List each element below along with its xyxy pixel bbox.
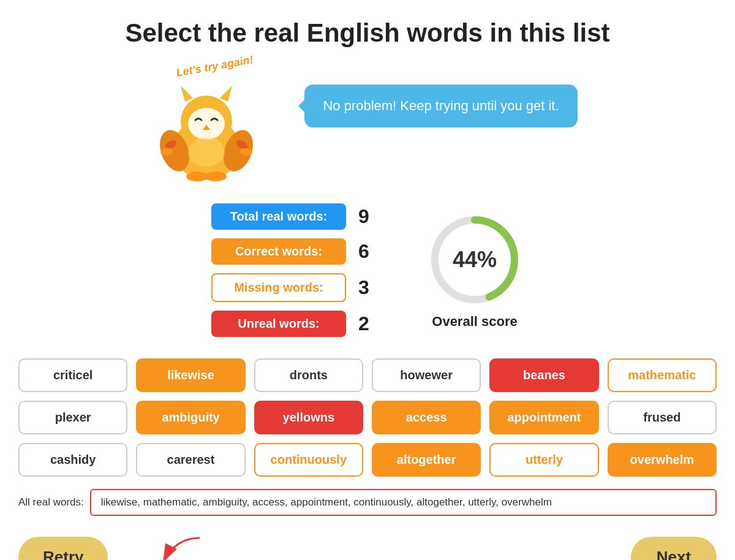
score-circle: 44% — [426, 211, 524, 309]
svg-point-9 — [205, 172, 227, 181]
word-btn-4[interactable]: beanes — [489, 358, 598, 392]
word-btn-14[interactable]: continuously — [254, 443, 363, 477]
unreal-label: Unreal words: — [211, 311, 346, 337]
page-title: Select the real English words in this li… — [0, 0, 735, 60]
speech-bubble: No problem! Keep trying until you get it… — [304, 85, 577, 127]
word-btn-3[interactable]: howewer — [372, 358, 481, 392]
word-btn-10[interactable]: appointment — [489, 401, 598, 434]
overall-score-label: Overall score — [432, 314, 517, 330]
stat-row-correct: Correct words: 6 — [211, 238, 377, 265]
word-btn-0[interactable]: criticel — [18, 358, 127, 392]
word-btn-7[interactable]: ambiguity — [136, 401, 245, 434]
correct-label: Correct words: — [211, 238, 346, 265]
total-label: Total real words: — [211, 203, 346, 230]
word-btn-11[interactable]: frused — [608, 401, 717, 434]
svg-point-10 — [188, 137, 225, 167]
word-btn-1[interactable]: likewise — [136, 358, 245, 392]
all-real-words-box: likewise, mathematic, ambiguity, access,… — [90, 489, 717, 516]
word-btn-17[interactable]: overwhelm — [608, 443, 717, 477]
word-btn-6[interactable]: plexer — [18, 401, 127, 434]
all-real-words-label: All real words: — [18, 496, 84, 509]
missing-label: Missing words: — [211, 273, 346, 302]
next-button[interactable]: Next — [631, 537, 717, 560]
word-btn-15[interactable]: altogether — [372, 443, 481, 477]
word-btn-12[interactable]: cashidy — [18, 443, 127, 477]
owl-container: Let's try again! — [157, 60, 280, 185]
stat-row-unreal: Unreal words: 2 — [211, 311, 377, 337]
word-grid: criticellikewisedrontshowewerbeanesmathe… — [0, 358, 735, 477]
word-btn-9[interactable]: access — [372, 401, 481, 434]
stat-row-total: Total real words: 9 — [211, 203, 377, 230]
top-section: Let's try again! — [0, 60, 735, 185]
stat-row-missing: Missing words: 3 — [211, 273, 377, 302]
correct-value: 6 — [358, 240, 377, 263]
word-btn-2[interactable]: dronts — [254, 358, 363, 392]
svg-point-4 — [188, 108, 225, 140]
score-circle-container: 44% Overall score — [426, 211, 524, 330]
stats-table: Total real words: 9 Correct words: 6 Mis… — [211, 203, 377, 337]
word-btn-8[interactable]: yellowns — [254, 401, 363, 434]
circle-percent: 44% — [453, 247, 497, 273]
middle-section: Total real words: 9 Correct words: 6 Mis… — [0, 203, 735, 337]
svg-marker-3 — [220, 86, 232, 102]
unreal-value: 2 — [358, 312, 377, 335]
red-arrow-icon — [157, 532, 206, 560]
missing-value: 3 — [358, 276, 377, 299]
speech-bubble-text: No problem! Keep trying until you get it… — [323, 98, 559, 113]
all-real-words-section: All real words: likewise, mathematic, am… — [0, 489, 735, 516]
word-btn-13[interactable]: carerest — [136, 443, 245, 477]
bottom-section: Retry double click a word to check its m… — [0, 526, 735, 560]
word-btn-5[interactable]: mathematic — [608, 358, 717, 392]
word-btn-16[interactable]: utterly — [489, 443, 598, 477]
svg-marker-2 — [181, 86, 193, 102]
total-value: 9 — [358, 205, 377, 228]
retry-button[interactable]: Retry — [18, 537, 108, 560]
owl-image — [157, 78, 280, 185]
